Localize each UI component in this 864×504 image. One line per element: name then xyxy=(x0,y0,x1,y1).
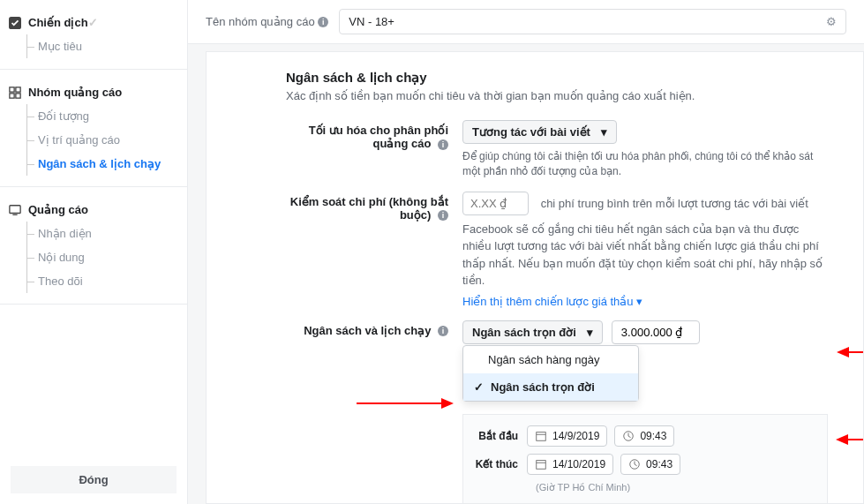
optimize-label: Tối ưu hóa cho phân phối quảng cáo i xyxy=(286,120,462,179)
svg-rect-4 xyxy=(16,93,20,97)
adset-name-value: VN - 18+ xyxy=(349,15,394,28)
optimize-value: Tương tác với bài viết xyxy=(472,125,590,139)
annotation-arrow-icon xyxy=(836,431,864,448)
show-more-bid-link[interactable]: Hiển thị thêm chiến lược giá thầu ▾ xyxy=(462,295,642,308)
end-time-input[interactable]: 09:43 xyxy=(620,454,680,475)
nav-adset-title: Nhóm quảng cáo xyxy=(28,86,122,99)
svg-rect-1 xyxy=(10,87,14,91)
optimize-helper: Để giúp chúng tôi cải thiện tối ưu hóa p… xyxy=(462,149,828,179)
sidebar-item-identity[interactable]: Nhận diện xyxy=(27,222,178,245)
svg-rect-3 xyxy=(10,93,14,97)
nav-ad-title: Quảng cáo xyxy=(28,203,88,216)
start-date-input[interactable]: 14/9/2019 xyxy=(527,425,607,447)
adset-name-input[interactable]: VN - 18+ ⚙ xyxy=(339,9,846,34)
sidebar-item-content[interactable]: Nội dung xyxy=(27,245,178,269)
start-label: Bắt đầu xyxy=(474,430,527,442)
nav-adset-header[interactable]: Nhóm quảng cáo xyxy=(9,80,178,104)
annotation-arrow-icon xyxy=(837,343,864,361)
clock-icon xyxy=(622,430,635,442)
svg-rect-2 xyxy=(16,87,20,91)
adset-name-label: Tên nhóm quảng cáo i xyxy=(206,15,328,28)
nav-ad-header[interactable]: Quảng cáo xyxy=(9,198,178,222)
grid-icon xyxy=(9,87,21,99)
budget-amount-input[interactable] xyxy=(612,320,700,344)
cost-after: chi phí trung bình trên mỗi lượt tương t… xyxy=(541,197,808,210)
checkbox-checked-icon xyxy=(9,17,21,29)
cost-label: Kiểm soát chi phí (không bắt buộc) i xyxy=(286,192,462,308)
optimize-dropdown[interactable]: Tương tác với bài viết ▾ xyxy=(462,120,617,144)
caret-down-icon: ▾ xyxy=(587,326,593,339)
budget-option-daily[interactable]: Ngân sách hàng ngày xyxy=(463,346,638,373)
topbar: Tên nhóm quảng cáo i VN - 18+ ⚙ xyxy=(188,0,864,44)
svg-rect-16 xyxy=(537,460,546,469)
nav-campaign-title: Chiến dịch xyxy=(28,16,88,29)
sidebar-item-placement[interactable]: Vị trí quảng cáo xyxy=(27,128,178,152)
calendar-icon xyxy=(535,458,547,470)
check-icon: ✓ xyxy=(88,16,98,29)
cost-input[interactable] xyxy=(462,192,529,215)
info-icon[interactable]: i xyxy=(438,326,448,336)
budget-type-menu: Ngân sách hàng ngày Ngân sách trọn đời xyxy=(462,345,639,402)
timezone-label: (Giờ TP Hồ Chí Minh) xyxy=(536,482,816,493)
main: Tên nhóm quảng cáo i VN - 18+ ⚙ Ngân sác… xyxy=(188,0,864,504)
sidebar-item-budget[interactable]: Ngân sách & lịch chạy xyxy=(27,152,178,176)
section-subtitle: Xác định số tiền bạn muốn chi tiêu và th… xyxy=(286,89,828,102)
svg-rect-13 xyxy=(537,432,546,440)
monitor-icon xyxy=(9,204,21,216)
info-icon[interactable]: i xyxy=(318,17,328,27)
gear-icon[interactable]: ⚙ xyxy=(826,15,837,28)
content-panel: Ngân sách & lịch chạy Xác định số tiền b… xyxy=(206,51,864,504)
svg-marker-8 xyxy=(837,347,849,357)
end-date-input[interactable]: 14/10/2019 xyxy=(527,454,613,475)
info-icon[interactable]: i xyxy=(438,210,448,221)
svg-marker-12 xyxy=(836,434,848,445)
sidebar: Chiến dịch ✓ Mục tiêu Nhóm quảng cáo Đối… xyxy=(0,0,188,504)
sidebar-item-audience[interactable]: Đối tượng xyxy=(27,104,178,128)
cost-desc: Facebook sẽ cố gắng chi tiêu hết ngân sá… xyxy=(462,221,828,290)
close-button[interactable]: Đóng xyxy=(11,466,177,493)
caret-down-icon: ▾ xyxy=(601,125,607,139)
nav-campaign-header[interactable]: Chiến dịch ✓ xyxy=(9,11,178,34)
budget-label: Ngân sách và lịch chạy i xyxy=(286,320,462,504)
budget-type-dropdown[interactable]: Ngân sách trọn đời ▾ xyxy=(462,320,603,344)
budget-option-lifetime[interactable]: Ngân sách trọn đời xyxy=(463,373,638,401)
sidebar-item-tracking[interactable]: Theo dõi xyxy=(27,269,178,293)
clock-icon xyxy=(628,458,641,470)
start-time-input[interactable]: 09:43 xyxy=(614,425,674,447)
annotation-arrow-icon xyxy=(357,395,454,412)
schedule-box: Bắt đầu 14/9/2019 09:43 Kết thúc xyxy=(462,414,828,504)
budget-type-value: Ngân sách trọn đời xyxy=(472,326,576,339)
svg-marker-10 xyxy=(441,398,454,409)
sidebar-item-goal[interactable]: Mục tiêu xyxy=(27,34,178,58)
end-label: Kết thúc xyxy=(474,458,527,470)
svg-rect-5 xyxy=(10,205,20,213)
info-icon[interactable]: i xyxy=(438,139,448,150)
calendar-icon xyxy=(535,430,547,442)
section-title: Ngân sách & lịch chạy xyxy=(286,70,828,86)
